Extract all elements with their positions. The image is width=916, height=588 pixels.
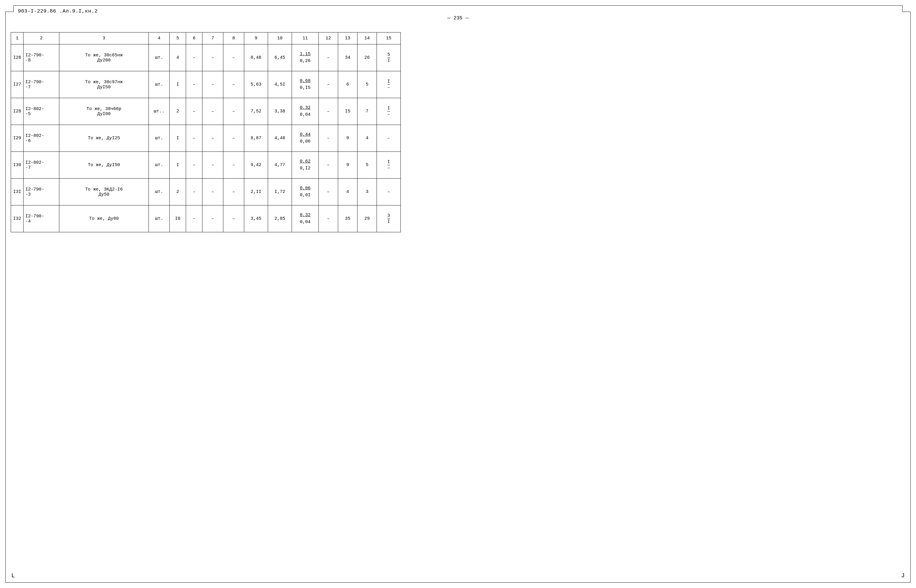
table-cell: I30 (11, 152, 24, 179)
row-col5: I (176, 163, 179, 168)
row-code: I2-790--4 (25, 214, 57, 224)
table-cell: 9,42 (244, 152, 268, 179)
table-cell: 0,62 0,I2 (292, 152, 319, 179)
table-cell: 2 (170, 98, 186, 125)
table-cell: I0 (170, 205, 186, 232)
table-cell: – (377, 125, 401, 152)
table-cell: – (202, 44, 223, 71)
table-cell: I5 (338, 98, 357, 125)
row-col14: 5 (365, 82, 368, 87)
row-unit: шт. (155, 189, 163, 194)
row-col9: 8,48 (250, 55, 261, 60)
table-cell: I (170, 152, 186, 179)
table-cell: – (223, 205, 244, 232)
row-col10: 6,45 (274, 55, 285, 60)
row-col9: 3,45 (250, 216, 261, 221)
row-col10: I,72 (274, 189, 285, 194)
row-col15-den: I (387, 219, 390, 224)
row-description: То же, ДуI50 (88, 163, 120, 168)
row-unit: шт. (155, 82, 163, 87)
table-cell: 3 I (377, 205, 401, 232)
table-cell: – (223, 152, 244, 179)
row-col15: 5 I (387, 52, 390, 63)
row-col15-den: I (387, 58, 390, 63)
row-id: I29 (13, 136, 21, 141)
col-header-3: 3 (59, 32, 149, 44)
table-cell: 4,77 (268, 152, 292, 179)
row-col7: – (212, 189, 214, 194)
table-cell: 0,68 0,I5 (292, 71, 319, 98)
row-col14: 29 (364, 216, 370, 221)
row-unit: шт.. (153, 109, 164, 114)
table-cell: – (186, 44, 202, 71)
row-col11-bot: 0,04 (300, 111, 310, 118)
table-cell: шт. (149, 152, 170, 179)
col-header-1: 1 (11, 32, 24, 44)
table-cell: I – (377, 71, 401, 98)
row-code: I2-790--7 (25, 80, 57, 90)
row-unit: шт. (155, 55, 163, 60)
row-col5: I0 (175, 216, 180, 221)
row-col8: – (232, 55, 235, 60)
table-cell: I (170, 71, 186, 98)
row-col11-bot: 0,I5 (300, 85, 310, 92)
table-cell: I2-802--6 (24, 125, 59, 152)
row-col5: 2 (176, 109, 179, 114)
row-col15-num: I (387, 106, 390, 111)
col-header-4: 4 (149, 32, 170, 44)
row-col11-top: 0,68 (300, 78, 310, 85)
row-col11-bot: 0,06 (300, 138, 310, 145)
row-col10: 2,85 (274, 216, 285, 221)
table-cell: I26 (11, 44, 24, 71)
table-cell: 34 (338, 44, 357, 71)
row-id: I30 (13, 163, 21, 168)
table-cell: – (202, 125, 223, 152)
row-col12: – (327, 82, 330, 87)
row-col11-top: 0,44 (300, 131, 310, 138)
row-col9: 7,52 (250, 109, 261, 114)
row-id: I3I (13, 189, 21, 194)
col-header-9: 9 (244, 32, 268, 44)
row-col5: 2 (176, 189, 179, 194)
table-cell: – (202, 71, 223, 98)
doc-ref: 903-I-229.86 .Ал.9.I,кн.2 (18, 8, 898, 14)
row-col11: 0,62 0,I2 (294, 158, 317, 172)
table-cell: 4 (170, 44, 186, 71)
table-cell: – (186, 125, 202, 152)
row-code: I2-790--3 (25, 187, 57, 197)
header-area: 903-I-229.86 .Ал.9.I,кн.2 — 235 — (18, 8, 898, 23)
row-col8: – (232, 189, 235, 194)
row-col13: 6 (346, 82, 349, 87)
table-cell: 3,38 (268, 98, 292, 125)
row-col15: I – (387, 160, 390, 171)
table-cell: шт. (149, 125, 170, 152)
table-cell: – (319, 205, 338, 232)
row-col15: I – (387, 79, 390, 90)
row-col13: I5 (345, 109, 351, 114)
row-code: I2-802--6 (25, 133, 57, 144)
row-col11-top: 0,06 (300, 185, 310, 192)
row-col10: 3,38 (274, 109, 285, 114)
table-cell: 1,15 0,26 (292, 44, 319, 71)
table-cell: – (223, 44, 244, 71)
table-cell: I2-802--7 (24, 152, 59, 179)
row-col12: – (327, 216, 330, 221)
table-cell: – (223, 71, 244, 98)
table-cell: 7 (357, 98, 377, 125)
row-col7: – (212, 216, 214, 221)
row-col15: I – (387, 106, 390, 117)
table-cell: 5 (357, 152, 377, 179)
table-cell: 5,63 (244, 71, 268, 98)
table-cell: I – (377, 152, 401, 179)
row-col12: – (327, 136, 330, 141)
row-id: I28 (13, 109, 21, 114)
table-cell: 0,06 0,0I (292, 179, 319, 205)
table-cell: шт. (149, 71, 170, 98)
row-code: I2-802--5 (25, 107, 57, 116)
col-header-7: 7 (202, 32, 223, 44)
col-header-5: 5 (170, 32, 186, 44)
table-cell: То же, Ду80 (59, 205, 149, 232)
table-cell: – (319, 44, 338, 71)
row-description: То же, 30ч66рДуI00 (86, 107, 121, 116)
table-cell: I2-790--7 (24, 71, 59, 98)
